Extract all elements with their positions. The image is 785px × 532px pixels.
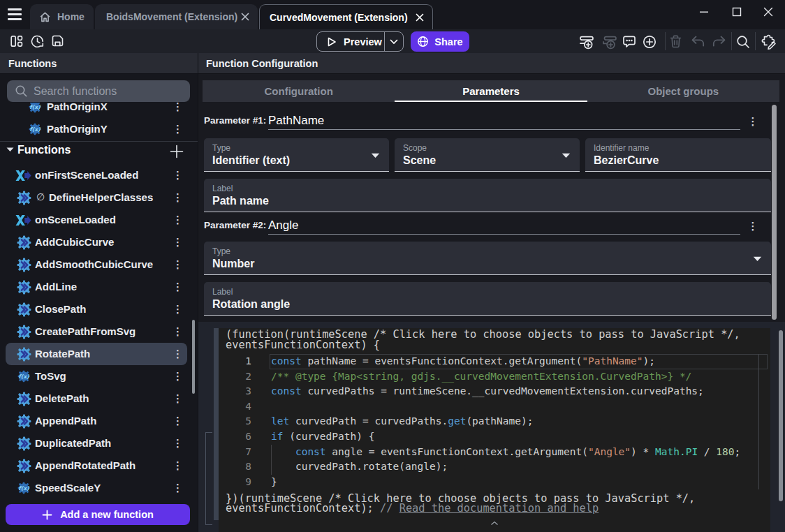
code-line-9[interactable]: } — [271, 475, 277, 490]
add-function-button[interactable]: Add a new function — [6, 504, 190, 525]
item-menu-icon[interactable]: ⋮ — [173, 391, 182, 406]
function-item-DefineHelperClasses[interactable]: ∅DefineHelperClasses⋮ — [0, 186, 198, 209]
parameter-menu-icon[interactable]: ⋮ — [747, 219, 758, 234]
preview-main[interactable]: Preview — [317, 36, 384, 47]
item-menu-icon[interactable]: ⋮ — [173, 279, 182, 295]
action-icon — [17, 392, 31, 409]
item-menu-icon[interactable]: ⋮ — [173, 257, 182, 272]
function-label: DeletePath — [35, 392, 89, 404]
function-item-ToSvg[interactable]: f(x) ToSvg⋮ — [0, 365, 198, 387]
main-menu-icon[interactable] — [8, 8, 22, 20]
type-dropdown[interactable]: Type Number — [204, 242, 771, 275]
code-line-3[interactable]: const curvedPaths = runtimeScene.__curve… — [271, 384, 704, 399]
add-function-icon[interactable] — [168, 143, 185, 160]
function-item-PathOriginY[interactable]: f(x) PathOriginY⋮ — [0, 118, 198, 140]
code-line-5[interactable]: let curvedPath = curvedPaths.get(pathNam… — [271, 414, 533, 429]
function-item-RotatePath[interactable]: RotatePath⋮ — [0, 343, 198, 365]
config-scrollbar[interactable] — [772, 105, 777, 320]
collapse-caret-icon[interactable] — [490, 521, 499, 526]
item-menu-icon[interactable]: ⋮ — [173, 190, 182, 205]
add-comment-icon[interactable] — [622, 34, 637, 50]
identifier-name-field[interactable]: Identifier name BezierCurve — [585, 138, 771, 172]
editor-scrollbar[interactable] — [779, 330, 783, 501]
panels-icon[interactable] — [10, 34, 25, 50]
function-item-SpeedScaleY[interactable]: f(x) SpeedScaleY⋮ — [0, 477, 198, 499]
code-line-2[interactable]: /** @type {Map<string, gdjs.__curvedMove… — [271, 369, 691, 385]
tab-curvedmovement[interactable]: CurvedMovement (Extension) — [259, 4, 433, 29]
code-line-6[interactable]: if (curvedPath) { — [271, 429, 374, 445]
function-item-PathOriginX[interactable]: f(x) PathOriginX⋮ — [0, 103, 198, 118]
code-line-1[interactable]: const pathName = eventsFunctionContext.g… — [271, 354, 655, 369]
preview-options-button[interactable] — [384, 32, 403, 51]
documentation-link[interactable]: Read the documentation and help — [399, 502, 599, 515]
tab-boidsmovement[interactable]: BoidsMovement (Extension) — [95, 4, 258, 29]
add-circle-icon[interactable] — [642, 34, 657, 50]
save-icon[interactable] — [51, 34, 66, 50]
item-menu-icon[interactable]: ⋮ — [173, 324, 182, 339]
function-item-DeletePath[interactable]: DeletePath⋮ — [0, 387, 198, 410]
function-item-ClosePath[interactable]: ClosePath⋮ — [0, 298, 198, 320]
maximize-button[interactable] — [731, 6, 742, 17]
search-icon[interactable] — [735, 34, 751, 50]
type-dropdown[interactable]: Type Identifier (text) — [204, 138, 389, 172]
function-item-AppendPath[interactable]: AppendPath⋮ — [0, 410, 198, 432]
item-menu-icon[interactable]: ⋮ — [173, 212, 182, 228]
parameter-menu-icon[interactable]: ⋮ — [747, 114, 758, 129]
item-menu-icon[interactable]: ⋮ — [173, 103, 182, 114]
field-value: BezierCurve — [594, 154, 659, 167]
function-item-AddLine[interactable]: AddLine⋮ — [0, 276, 198, 298]
function-item-CreatePathFromSvg[interactable]: CreatePathFromSvg⋮ — [0, 320, 198, 343]
item-menu-icon[interactable]: ⋮ — [173, 413, 182, 429]
minimize-button[interactable] — [698, 6, 710, 17]
item-menu-icon[interactable]: ⋮ — [173, 369, 182, 384]
item-menu-icon[interactable]: ⋮ — [173, 436, 182, 451]
code-line-8[interactable]: curvedPath.rotate(angle); — [271, 459, 448, 475]
close-tab-icon[interactable] — [415, 13, 425, 22]
trash-icon[interactable] — [668, 34, 684, 50]
label-field[interactable]: Label Rotation angle — [204, 282, 771, 316]
item-menu-icon[interactable]: ⋮ — [173, 235, 182, 250]
function-item-AddCubicCurve[interactable]: AddCubicCurve⋮ — [0, 231, 198, 253]
item-menu-icon[interactable]: ⋮ — [173, 480, 182, 496]
preview-button[interactable]: Preview — [316, 31, 404, 52]
line-number: 6 — [219, 429, 251, 445]
add-event-icon[interactable] — [578, 34, 594, 50]
parameter-name-input[interactable]: Angle — [268, 219, 298, 232]
add-subevent-icon[interactable] — [601, 34, 617, 50]
tab-configuration[interactable]: Configuration — [203, 80, 395, 102]
function-item-onFirstSceneLoaded[interactable]: onFirstSceneLoaded⋮ — [0, 164, 198, 186]
share-button[interactable]: Share — [411, 31, 469, 52]
label-field[interactable]: Label Path name — [204, 179, 771, 212]
event-drag-handle[interactable] — [214, 328, 219, 520]
undo-icon[interactable] — [690, 34, 705, 50]
functions-group-header[interactable]: Functions — [0, 141, 198, 162]
tab-object-groups[interactable]: Object groups — [587, 80, 779, 102]
play-icon — [326, 36, 337, 47]
function-item-AddSmoothCubicCurve[interactable]: AddSmoothCubicCurve⋮ — [0, 253, 198, 276]
close-tab-icon[interactable] — [240, 12, 250, 22]
item-menu-icon[interactable]: ⋮ — [173, 346, 182, 362]
item-menu-icon[interactable]: ⋮ — [173, 458, 182, 473]
sidebar-scrollbar[interactable] — [192, 320, 195, 394]
search-functions-box[interactable]: Search functions — [7, 80, 190, 102]
function-item-onSceneLoaded[interactable]: onSceneLoaded⋮ — [0, 209, 198, 231]
code-footer-line: eventsFunctionContext); // Read the docu… — [226, 503, 763, 514]
function-item-DuplicatedPath[interactable]: DuplicatedPath⋮ — [0, 432, 198, 455]
function-label: AppendRotatedPath — [35, 459, 135, 471]
action-icon — [17, 347, 31, 364]
parameter-name-input[interactable]: PathName — [268, 114, 324, 128]
scope-dropdown[interactable]: Scope Scene — [395, 138, 580, 172]
item-menu-icon[interactable]: ⋮ — [173, 302, 182, 317]
function-label: DuplicatedPath — [35, 437, 111, 449]
item-menu-icon[interactable]: ⋮ — [173, 168, 182, 183]
code-line-7[interactable]: const angle = eventsFunctionContext.getA… — [271, 445, 740, 460]
redo-icon[interactable] — [711, 34, 726, 50]
tab-parameters[interactable]: Parameters — [395, 80, 587, 102]
function-item-AppendRotatedPath[interactable]: AppendRotatedPath⋮ — [0, 455, 198, 477]
close-window-button[interactable] — [763, 6, 774, 17]
js-code-event[interactable]: (function(runtimeScene /* Click here to … — [219, 328, 770, 532]
history-icon[interactable] — [30, 34, 45, 50]
tab-home[interactable]: Home — [30, 4, 94, 29]
item-menu-icon[interactable]: ⋮ — [173, 121, 182, 137]
edit-extension-icon[interactable] — [761, 34, 776, 50]
